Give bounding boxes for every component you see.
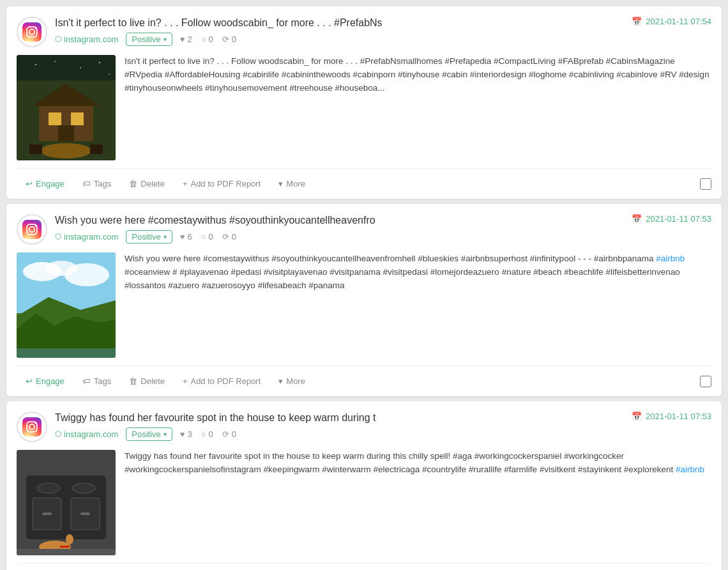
svg-rect-0	[22, 22, 42, 42]
svg-point-3	[35, 27, 36, 29]
highlight-airbnb: #airbnb	[676, 465, 704, 474]
post-header-info: Isn't it perfect to live in? . . . Follo…	[55, 17, 383, 46]
post-date: 📅 2021-01-11 07:53	[632, 214, 711, 224]
post-date: 📅 2021-01-11 07:54	[632, 17, 711, 26]
post-title: Twiggy has found her favourite spot in t…	[55, 412, 376, 425]
stats-row: ♥ 3 ○ 0 ⟳ 0	[180, 429, 236, 439]
post-select-checkbox[interactable]	[700, 178, 711, 190]
chevron-down-icon: ▾	[163, 233, 167, 240]
share-green-icon: ⬡	[55, 35, 61, 43]
comments-stat: ○ 0	[201, 232, 213, 242]
post-body: Wish you were here #comestaywithus #soyo…	[17, 252, 711, 358]
post-card: Wish you were here #comestaywithus #soyo…	[6, 204, 722, 396]
post-card: Twiggy has found her favourite spot in t…	[6, 401, 722, 570]
post-text: Isn't it perfect to live in? . . . Follo…	[125, 55, 711, 160]
svg-rect-13	[90, 144, 103, 154]
svg-point-18	[109, 73, 110, 75]
chevron-down-icon: ▾	[163, 431, 167, 438]
avatar	[17, 17, 47, 47]
engage-icon: ↩	[26, 376, 33, 386]
post-text: Twiggy has found her favourite spot in t…	[125, 450, 711, 555]
trash-icon: 🗑	[129, 179, 137, 189]
shares-stat: ⟳ 0	[222, 35, 236, 44]
post-meta-row: ⬡ instagram.com Positive ▾ ♥ 3	[55, 427, 376, 441]
post-text: Wish you were here #comestaywithus #soyo…	[125, 252, 711, 358]
post-card: Isn't it perfect to live in? . . . Follo…	[6, 6, 722, 199]
comment-icon: ○	[201, 35, 206, 44]
source-link[interactable]: ⬡ instagram.com	[55, 35, 118, 44]
post-header-info: Twiggy has found her favourite spot in t…	[55, 412, 376, 441]
calendar-icon: 📅	[632, 214, 642, 224]
avatar	[17, 214, 47, 245]
comment-icon: ○	[201, 429, 206, 439]
heart-icon: ♥	[180, 232, 185, 242]
post-body: Isn't it perfect to live in? . . . Follo…	[17, 55, 711, 160]
post-meta-row: ⬡ instagram.com Positive ▾ ♥ 6	[55, 230, 375, 243]
post-header: Isn't it perfect to live in? . . . Follo…	[17, 17, 711, 47]
post-meta-row: ⬡ instagram.com Positive ▾ ♥ 2	[55, 33, 383, 46]
more-button[interactable]: ▾ More	[269, 175, 314, 192]
source-link[interactable]: ⬡ instagram.com	[55, 429, 118, 439]
trash-icon: 🗑	[129, 376, 137, 386]
engage-button[interactable]: ↩ Engage	[17, 373, 73, 390]
post-actions: ↩ Engage 🏷 Tags 🗑 Delete + Add to PDF Re…	[17, 366, 711, 396]
post-select-checkbox[interactable]	[700, 376, 711, 387]
sentiment-badge[interactable]: Positive ▾	[126, 230, 172, 243]
heart-icon: ♥	[180, 429, 185, 439]
svg-rect-12	[29, 144, 42, 154]
svg-rect-19	[22, 220, 42, 239]
post-header-left: Isn't it perfect to live in? . . . Follo…	[17, 17, 632, 47]
share-icon: ⟳	[222, 35, 229, 44]
highlight-airbnb: #airbnb	[656, 254, 685, 263]
stats-row: ♥ 6 ○ 0 ⟳ 0	[180, 232, 236, 242]
svg-point-16	[80, 67, 81, 68]
tags-button[interactable]: 🏷 Tags	[73, 373, 120, 390]
svg-rect-9	[71, 112, 84, 125]
more-button[interactable]: ▾ More	[269, 373, 314, 390]
sentiment-badge[interactable]: Positive ▾	[126, 427, 172, 441]
share-icon: ⟳	[222, 429, 229, 439]
calendar-icon: 📅	[632, 17, 642, 26]
post-header-left: Wish you were here #comestaywithus #soyo…	[17, 214, 632, 245]
post-body: Twiggy has found her favourite spot in t…	[17, 450, 711, 555]
svg-rect-47	[17, 549, 116, 555]
svg-point-37	[37, 483, 60, 493]
avatar	[17, 412, 47, 442]
svg-rect-31	[22, 417, 42, 436]
stats-row: ♥ 2 ○ 0 ⟳ 0	[180, 35, 236, 44]
svg-point-14	[35, 64, 36, 65]
post-header-info: Wish you were here #comestaywithus #soyo…	[55, 214, 375, 243]
add-to-pdf-button[interactable]: + Add to PDF Report	[174, 175, 269, 192]
heart-icon: ♥	[180, 35, 185, 44]
tag-icon: 🏷	[82, 376, 91, 386]
post-title: Isn't it perfect to live in? . . . Follo…	[55, 17, 383, 30]
source-link[interactable]: ⬡ instagram.com	[55, 232, 118, 242]
chevron-down-icon: ▾	[278, 376, 283, 386]
posts-feed: Isn't it perfect to live in? . . . Follo…	[0, 0, 728, 570]
post-date: 📅 2021-01-11 07:53	[632, 412, 711, 421]
delete-button[interactable]: 🗑 Delete	[120, 175, 174, 192]
likes-stat: ♥ 2	[180, 35, 192, 44]
post-header-left: Twiggy has found her favourite spot in t…	[17, 412, 632, 442]
add-to-pdf-button[interactable]: + Add to PDF Report	[174, 373, 269, 390]
svg-point-15	[54, 61, 56, 62]
delete-button[interactable]: 🗑 Delete	[120, 373, 174, 390]
svg-point-38	[72, 483, 95, 493]
svg-point-26	[64, 263, 109, 286]
svg-rect-42	[80, 512, 90, 515]
svg-rect-8	[49, 112, 61, 125]
comment-icon: ○	[201, 232, 206, 242]
post-header: Wish you were here #comestaywithus #soyo…	[17, 214, 711, 245]
calendar-icon: 📅	[632, 412, 642, 421]
tag-icon: 🏷	[82, 179, 91, 189]
sentiment-badge[interactable]: Positive ▾	[126, 33, 172, 46]
share-green-icon: ⬡	[55, 232, 61, 241]
tags-button[interactable]: 🏷 Tags	[73, 175, 120, 192]
svg-rect-46	[60, 546, 70, 548]
engage-button[interactable]: ↩ Engage	[17, 175, 73, 192]
shares-stat: ⟳ 0	[222, 232, 236, 242]
chevron-down-icon: ▾	[163, 36, 167, 43]
svg-rect-10	[58, 125, 74, 141]
post-image	[17, 450, 116, 555]
share-green-icon: ⬡	[55, 429, 61, 438]
